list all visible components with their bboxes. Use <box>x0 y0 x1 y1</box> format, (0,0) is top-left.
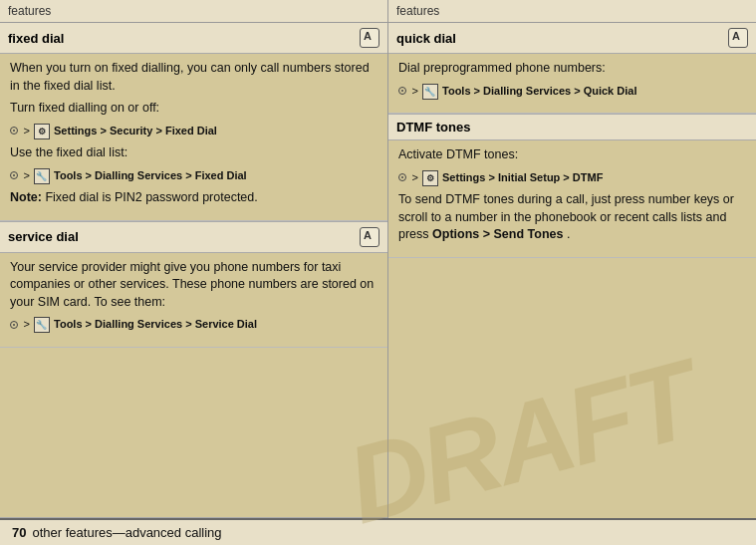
dtmf-path: > ⚙ Settings > Initial Setup > DTMF <box>398 169 746 187</box>
fixed-dial-header: fixed dial <box>0 23 387 54</box>
nav-dot-icon-2 <box>10 171 18 179</box>
service-dial-para1-text: Your service provider might give you pho… <box>10 260 374 309</box>
settings-label-1: Settings <box>54 125 97 136</box>
dtmf-para1-text: Activate DTMF tones: <box>398 147 518 161</box>
quick-dial-title: quick dial <box>396 31 456 46</box>
quick-dial-header-row: quick dial <box>396 28 748 48</box>
quick-dial-para1-text: Dial preprogrammed phone numbers: <box>398 61 606 75</box>
quick-dial-tools-label: Tools <box>442 85 471 97</box>
settings-icon-2: ⚙ <box>422 170 438 186</box>
right-column: features quick dial Dial preprogrammed p… <box>388 0 756 518</box>
dtmf-para2: To send DTMF tones during a call, just p… <box>398 191 746 244</box>
left-features-header: features <box>0 0 387 23</box>
footer-text: other features—advanced calling <box>32 525 221 540</box>
fixed-dial-note: Note: Fixed dial is PIN2 password protec… <box>10 189 378 207</box>
left-column: features fixed dial When you turn on fix… <box>0 0 388 518</box>
fixed-dial-note-text: Fixed dial is PIN2 password protected. <box>45 190 257 204</box>
quick-dial-header: quick dial <box>388 23 756 54</box>
nav-dot-icon-5 <box>398 173 406 181</box>
settings-icon-1: ⚙ <box>34 124 50 139</box>
right-header-label: features <box>396 4 439 18</box>
quick-dial-path-text: > 🔧 Tools > Dialling Services > Quick Di… <box>411 85 636 97</box>
quick-dial-path: > 🔧 Tools > Dialling Services > Quick Di… <box>398 83 746 101</box>
footer: 70 other features—advanced calling <box>0 518 756 545</box>
dtmf-path-text: > ⚙ Settings > Initial Setup > DTMF <box>411 171 603 183</box>
service-dial-header-row: service dial <box>8 227 379 247</box>
fixed-dial-path2-text: > 🔧 Tools > Dialling Services > Fixed Di… <box>23 169 246 181</box>
tools-label-1: Tools <box>54 169 83 181</box>
dtmf-path-end: DTMF <box>573 171 604 183</box>
dtmf-section: DTMF tones Activate DTMF tones: > ⚙ Sett… <box>388 115 756 518</box>
fixed-dial-note-label: Note: <box>10 190 42 204</box>
fixed-dial-para2: Turn fixed dialling on or off: <box>10 100 378 118</box>
nav-dot-icon-4 <box>398 87 406 95</box>
service-dial-section: service dial Your service provider might… <box>0 222 387 519</box>
fixed-dial-para2-text: Turn fixed dialling on or off: <box>10 101 159 115</box>
nav-dot-icon-1 <box>10 127 18 135</box>
fixed-dial-path2-end: Fixed Dial <box>195 169 247 181</box>
tools-icon-1: 🔧 <box>34 168 50 184</box>
tools-icon-3: 🔧 <box>422 84 438 100</box>
left-header-label: features <box>8 4 51 18</box>
service-dial-content: Your service provider might give you pho… <box>0 253 387 348</box>
main-layout: features fixed dial When you turn on fix… <box>0 0 756 545</box>
right-sections: quick dial Dial preprogrammed phone numb… <box>388 23 756 518</box>
fixed-dial-title: fixed dial <box>8 31 64 46</box>
fixed-dial-header-row: fixed dial <box>8 28 379 48</box>
fixed-dial-para1-text: When you turn on fixed dialling, you can… <box>10 61 370 93</box>
quick-dial-para1: Dial preprogrammed phone numbers: <box>398 60 746 78</box>
quick-dial-path-end: Quick Dial <box>584 85 637 97</box>
fixed-dial-person-icon <box>360 28 379 48</box>
service-dial-tools-label: Tools <box>54 318 83 330</box>
fixed-dial-path1-text: > ⚙ Settings > Security > Fixed Dial <box>23 125 216 136</box>
quick-dial-section: quick dial Dial preprogrammed phone numb… <box>388 23 756 115</box>
dtmf-options-bold: Options > Send Tones <box>432 227 563 241</box>
page-number: 70 <box>12 525 26 540</box>
fixed-dial-content: When you turn on fixed dialling, you can… <box>0 54 387 221</box>
quick-dial-person-icon <box>728 28 748 48</box>
dtmf-title: DTMF tones <box>396 120 470 135</box>
fixed-dial-para3-text: Use the fixed dial list: <box>10 145 127 159</box>
fixed-dial-para3: Use the fixed dial list: <box>10 144 378 162</box>
fixed-dial-path1-end: Fixed Dial <box>165 125 217 136</box>
dtmf-header: DTMF tones <box>388 115 756 140</box>
fixed-dial-section: fixed dial When you turn on fixed dialli… <box>0 23 387 222</box>
service-dial-header: service dial <box>0 222 387 253</box>
fixed-dial-para1: When you turn on fixed dialling, you can… <box>10 60 378 95</box>
content-area: features fixed dial When you turn on fix… <box>0 0 756 518</box>
tools-icon-2: 🔧 <box>34 317 50 333</box>
service-dial-person-icon <box>360 227 379 247</box>
dtmf-content: Activate DTMF tones: > ⚙ Settings > Init… <box>388 140 756 258</box>
dtmf-settings-label: Settings <box>442 171 485 183</box>
nav-dot-icon-3 <box>10 321 18 329</box>
service-dial-title: service dial <box>8 229 79 244</box>
quick-dial-content: Dial preprogrammed phone numbers: > 🔧 To… <box>388 54 756 114</box>
fixed-dial-path1: > ⚙ Settings > Security > Fixed Dial <box>10 123 378 140</box>
right-features-header: features <box>388 0 756 23</box>
service-dial-path-end: Service Dial <box>195 318 257 330</box>
dtmf-para1: Activate DTMF tones: <box>398 146 746 164</box>
dtmf-para2-end: . <box>567 227 570 241</box>
service-dial-path: > 🔧 Tools > Dialling Services > Service … <box>10 316 378 334</box>
fixed-dial-path2: > 🔧 Tools > Dialling Services > Fixed Di… <box>10 167 378 185</box>
service-dial-path-text: > 🔧 Tools > Dialling Services > Service … <box>23 318 257 330</box>
service-dial-para1: Your service provider might give you pho… <box>10 259 378 312</box>
